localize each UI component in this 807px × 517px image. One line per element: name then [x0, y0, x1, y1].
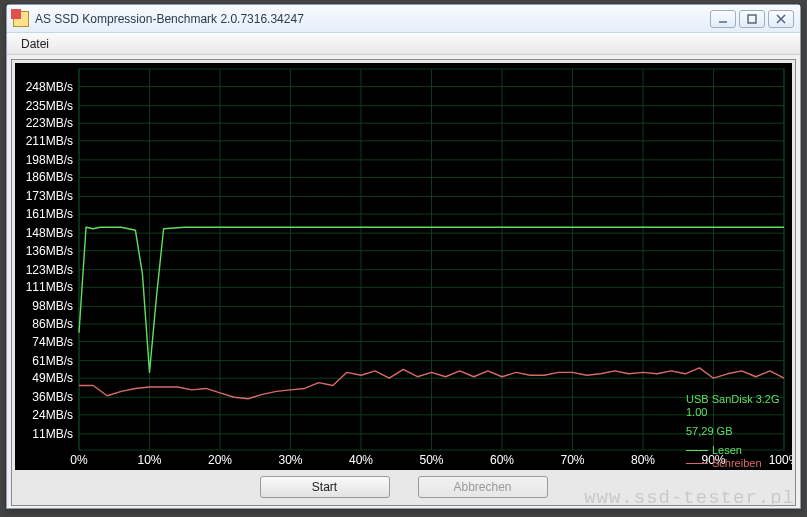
- svg-text:74MB/s: 74MB/s: [32, 335, 73, 349]
- svg-text:136MB/s: 136MB/s: [26, 244, 73, 258]
- svg-text:211MB/s: 211MB/s: [26, 134, 73, 148]
- titlebar: AS SSD Kompression-Benchmark 2.0.7316.34…: [7, 5, 800, 33]
- button-row: Start Abbrechen: [15, 470, 792, 502]
- compression-chart: 11MB/s24MB/s36MB/s49MB/s61MB/s74MB/s86MB…: [15, 63, 792, 470]
- svg-text:186MB/s: 186MB/s: [26, 170, 73, 184]
- minimize-button[interactable]: [710, 10, 736, 28]
- chart-wrap: 11MB/s24MB/s36MB/s49MB/s61MB/s74MB/s86MB…: [15, 63, 792, 470]
- svg-text:36MB/s: 36MB/s: [32, 390, 73, 404]
- menu-datei[interactable]: Datei: [13, 35, 57, 53]
- svg-text:11MB/s: 11MB/s: [32, 427, 73, 441]
- svg-text:111MB/s: 111MB/s: [26, 280, 73, 294]
- svg-text:90%: 90%: [701, 453, 725, 467]
- svg-text:49MB/s: 49MB/s: [32, 371, 73, 385]
- client-area: 11MB/s24MB/s36MB/s49MB/s61MB/s74MB/s86MB…: [7, 55, 800, 508]
- svg-text:123MB/s: 123MB/s: [26, 263, 73, 277]
- start-button[interactable]: Start: [260, 476, 390, 498]
- svg-text:20%: 20%: [208, 453, 232, 467]
- svg-text:235MB/s: 235MB/s: [26, 99, 73, 113]
- svg-text:148MB/s: 148MB/s: [26, 226, 73, 240]
- svg-text:161MB/s: 161MB/s: [26, 207, 73, 221]
- svg-text:100%: 100%: [769, 453, 792, 467]
- svg-rect-4: [15, 63, 792, 470]
- window-title: AS SSD Kompression-Benchmark 2.0.7316.34…: [35, 12, 304, 26]
- abbrechen-button: Abbrechen: [418, 476, 548, 498]
- svg-text:223MB/s: 223MB/s: [26, 116, 73, 130]
- svg-text:24MB/s: 24MB/s: [32, 408, 73, 422]
- svg-text:86MB/s: 86MB/s: [32, 317, 73, 331]
- svg-text:0%: 0%: [70, 453, 88, 467]
- menubar: Datei: [7, 33, 800, 55]
- svg-text:80%: 80%: [631, 453, 655, 467]
- close-button[interactable]: [768, 10, 794, 28]
- svg-text:60%: 60%: [490, 453, 514, 467]
- svg-text:50%: 50%: [419, 453, 443, 467]
- maximize-button[interactable]: [739, 10, 765, 28]
- svg-text:10%: 10%: [137, 453, 161, 467]
- svg-text:70%: 70%: [560, 453, 584, 467]
- chart-panel: 11MB/s24MB/s36MB/s49MB/s61MB/s74MB/s86MB…: [11, 59, 796, 506]
- svg-text:30%: 30%: [278, 453, 302, 467]
- svg-text:198MB/s: 198MB/s: [26, 153, 73, 167]
- app-icon: [13, 11, 29, 27]
- svg-rect-1: [748, 15, 756, 23]
- svg-text:98MB/s: 98MB/s: [32, 299, 73, 313]
- svg-text:173MB/s: 173MB/s: [26, 189, 73, 203]
- svg-text:248MB/s: 248MB/s: [26, 80, 73, 94]
- svg-text:61MB/s: 61MB/s: [32, 354, 73, 368]
- app-window: AS SSD Kompression-Benchmark 2.0.7316.34…: [6, 4, 801, 509]
- svg-text:40%: 40%: [349, 453, 373, 467]
